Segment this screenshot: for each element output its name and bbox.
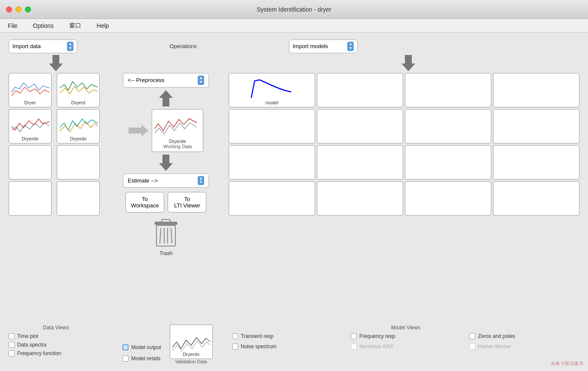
data-slot-dryerdv[interactable]: Dryerdv xyxy=(57,109,100,143)
nonlinear-arx-row: Nonlinear ARX xyxy=(351,344,461,350)
model-slot-4[interactable] xyxy=(493,73,579,107)
transient-resp-row: Transient resp xyxy=(232,333,342,339)
zeros-poles-checkbox[interactable] xyxy=(469,333,475,339)
working-data-arrow-right xyxy=(129,125,148,137)
frequency-resp-row: Frequency resp xyxy=(351,333,461,339)
data-slot-empty1[interactable] xyxy=(9,145,52,179)
model-slot-label: model xyxy=(266,100,279,105)
main-content: Import data ▲▼ Operations Import models … xyxy=(0,33,588,371)
data-slot-dryerde-label: Dryerde xyxy=(21,136,38,141)
model-slots-grid: model xyxy=(229,73,579,216)
model-resids-checkbox[interactable] xyxy=(122,356,129,362)
data-spectra-label: Data spectra xyxy=(17,342,46,348)
import-models-dropdown[interactable]: Import models ▲▼ xyxy=(289,40,358,53)
maximize-button[interactable] xyxy=(25,6,31,12)
model-slot-6[interactable] xyxy=(317,109,403,143)
data-slot-dryerd[interactable]: Dryerd xyxy=(57,73,100,107)
data-slot-dryerd-label: Dryerd xyxy=(71,100,85,105)
noise-spectrum-row: Noise spectrum xyxy=(232,344,342,350)
model-slot-16[interactable] xyxy=(493,181,579,216)
data-views-section: Data Views Time plot Data spectra Freque… xyxy=(9,325,103,359)
import-models-arrows: ▲▼ xyxy=(347,42,354,51)
data-spectra-checkbox[interactable] xyxy=(9,342,15,348)
working-data-box[interactable]: Dryerde Working Data xyxy=(152,109,203,152)
frequency-resp-checkbox[interactable] xyxy=(351,333,357,339)
working-data-chart xyxy=(154,111,201,139)
hamm-wiener-label: Hamm-Wiener xyxy=(478,344,511,350)
model-slot-15[interactable] xyxy=(405,181,491,216)
model-slot-2[interactable] xyxy=(317,73,403,107)
hamm-wiener-checkbox[interactable] xyxy=(469,344,475,350)
model-output-checkbox[interactable] xyxy=(122,344,129,350)
model-slot-10[interactable] xyxy=(317,145,403,179)
traffic-lights xyxy=(6,6,31,12)
working-data-name: Dryerde xyxy=(169,139,186,144)
model-slot-12[interactable] xyxy=(493,145,579,179)
transient-resp-checkbox[interactable] xyxy=(232,333,238,339)
model-output-row: Model output xyxy=(122,344,161,350)
nonlinear-arx-label: Nonlinear ARX xyxy=(359,344,393,350)
working-data-sublabel: Working Data xyxy=(163,144,192,149)
data-slot-empty2[interactable] xyxy=(57,145,100,179)
model-slot-14[interactable] xyxy=(317,181,403,216)
validation-data-sublabel: Validation Data xyxy=(175,359,207,364)
model-slot-model[interactable]: model xyxy=(229,73,315,107)
content-area: Dryer Dryerd Dryerde xyxy=(9,73,579,321)
menu-options[interactable]: Options xyxy=(30,21,57,31)
frequency-function-checkbox[interactable] xyxy=(9,350,15,356)
time-plot-label: Time plot xyxy=(17,333,38,339)
menu-window[interactable]: 窗口 xyxy=(66,20,85,31)
import-data-arrow xyxy=(49,55,63,71)
model-slot-5[interactable] xyxy=(229,109,315,143)
data-spectra-row: Data spectra xyxy=(9,342,103,348)
to-buttons: ToWorkspace ToLTI Viewer xyxy=(126,192,207,213)
noise-spectrum-label: Noise spectrum xyxy=(241,344,276,350)
zeros-poles-row: Zeros and poles xyxy=(469,333,579,339)
dryerde-chart xyxy=(11,111,50,135)
model-slot-11[interactable] xyxy=(405,145,491,179)
model-slot-13[interactable] xyxy=(229,181,315,216)
noise-spectrum-checkbox[interactable] xyxy=(232,344,238,350)
titlebar: System Identification - dryer xyxy=(0,0,588,19)
menu-help[interactable]: Help xyxy=(93,21,113,31)
menu-file[interactable]: File xyxy=(4,21,21,31)
preprocess-dropdown[interactable]: <-- Preprocess ▲▼ xyxy=(123,73,209,88)
close-button[interactable] xyxy=(6,6,12,12)
data-slot-empty4[interactable] xyxy=(57,181,100,216)
estimate-arrows: ▲▼ xyxy=(198,176,204,186)
model-slot-3[interactable] xyxy=(405,73,491,107)
data-slot-empty3[interactable] xyxy=(9,181,52,216)
top-controls: Import data ▲▼ Operations Import models … xyxy=(9,40,579,53)
model-slot-9[interactable] xyxy=(229,145,315,179)
middle-panel: <-- Preprocess ▲▼ Dryer xyxy=(110,73,222,321)
time-plot-checkbox[interactable] xyxy=(9,333,15,339)
import-data-dropdown[interactable]: Import data ▲▼ xyxy=(9,40,77,53)
svg-line-6 xyxy=(171,228,172,243)
model-output-label: Model output xyxy=(131,344,161,350)
validation-data-name: Dryerdv xyxy=(183,352,199,357)
model-slot-8[interactable] xyxy=(493,109,579,143)
data-slot-dryer-label: Dryer xyxy=(24,100,36,105)
hamm-wiener-row: Hamm-Wiener xyxy=(469,344,579,350)
model-resids-label: Model resids xyxy=(131,356,160,362)
validation-data-slot[interactable]: Dryerdv xyxy=(170,325,213,359)
to-workspace-button[interactable]: ToWorkspace xyxy=(126,192,165,213)
menubar: File Options 窗口 Help xyxy=(0,19,588,33)
estimate-dropdown[interactable]: Estimate --> ▲▼ xyxy=(123,173,209,188)
model-slot-7[interactable] xyxy=(405,109,491,143)
minimize-button[interactable] xyxy=(15,6,21,12)
data-slot-dryer[interactable]: Dryer xyxy=(9,73,52,107)
dryer-chart xyxy=(11,75,50,99)
to-lti-button[interactable]: ToLTI Viewer xyxy=(168,192,206,213)
trash-icon[interactable] xyxy=(153,219,179,249)
svg-rect-2 xyxy=(156,225,175,246)
dryerdv-chart xyxy=(59,111,98,135)
data-views-label: Data Views xyxy=(9,325,103,331)
data-slot-dryerde[interactable]: Dryerde xyxy=(9,109,52,143)
dryerd-chart xyxy=(59,75,98,99)
left-panel: Dryer Dryerd Dryerde xyxy=(9,73,103,321)
right-panel: model xyxy=(229,73,579,321)
data-slot-dryerdv-label: Dryerdv xyxy=(70,136,87,141)
nonlinear-arx-checkbox[interactable] xyxy=(351,344,357,350)
zeros-poles-label: Zeros and poles xyxy=(478,333,515,339)
